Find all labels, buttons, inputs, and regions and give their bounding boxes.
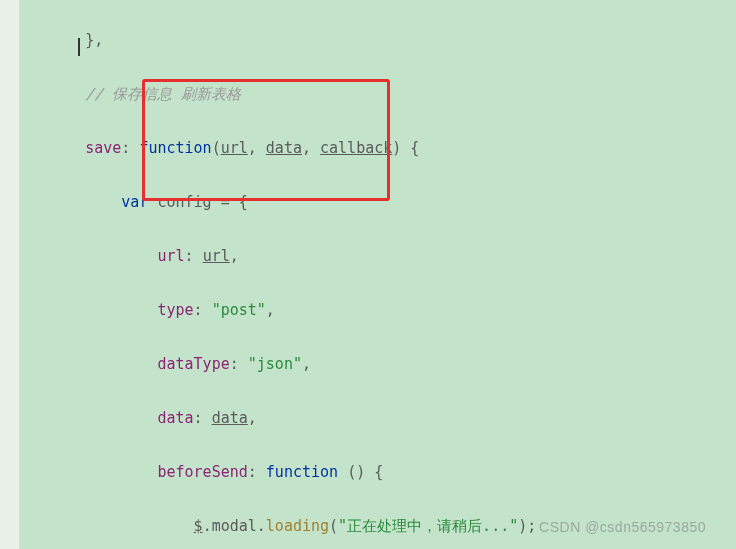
editor-gutter [0,0,20,549]
code-line: url: url, [22,243,736,270]
text-cursor [78,38,80,56]
code-line: var config = { [22,189,736,216]
code-line: type: "post", [22,297,736,324]
code-line: $.modal.loading("正在处理中，请稍后..."); [22,513,736,540]
code-line: dataType: "json", [22,351,736,378]
code-line: // 保存信息 刷新表格 [22,81,736,108]
code-line: beforeSend: function () { [22,459,736,486]
code-editor[interactable]: }, // 保存信息 刷新表格 save: function(url, data… [0,0,736,549]
code-line: data: data, [22,405,736,432]
code-line: save: function(url, data, callback) { [22,135,736,162]
code-line: }, [22,27,736,54]
